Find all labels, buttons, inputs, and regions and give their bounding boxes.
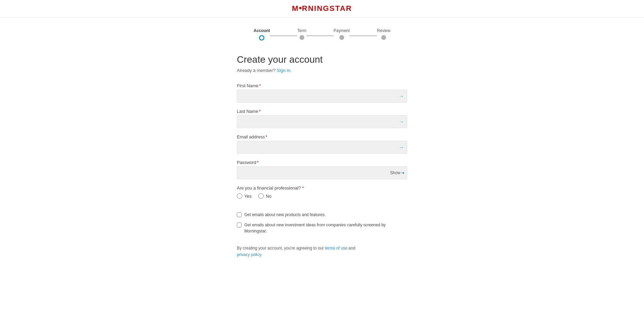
step-review-label: Review [377, 28, 390, 33]
step-payment: Payment [334, 28, 350, 40]
page-title: Create your account [237, 54, 323, 65]
email-input-wrap: → [237, 141, 407, 154]
last-name-input[interactable] [237, 115, 407, 128]
checkbox-group: Get emails about new products and featur… [237, 212, 407, 238]
show-password-icon: ➜ [401, 170, 404, 175]
account-form: Create your account Already a member? Si… [230, 54, 414, 258]
first-name-input-wrap: → [237, 90, 407, 103]
step-term: Term [297, 28, 306, 40]
stepper: Account Term Payment Review [0, 28, 644, 41]
password-label: Password * [237, 160, 407, 165]
step-connector-2 [306, 35, 334, 36]
email-required: * [265, 134, 267, 139]
logo: MRNINGSTAR [292, 4, 352, 13]
email-investments-label[interactable]: Get emails about new investment ideas fr… [244, 222, 407, 234]
email-products-checkbox[interactable] [237, 212, 242, 217]
email-field-group: Email address * → [237, 134, 407, 154]
radio-no-option[interactable]: No [258, 193, 272, 199]
radio-yes-input[interactable] [237, 193, 242, 199]
step-connector-3 [350, 35, 377, 36]
first-name-required: * [259, 83, 261, 88]
stepper-track: Account Term Payment Review [254, 28, 390, 41]
show-password-button[interactable]: Show ➜ [390, 170, 404, 175]
step-payment-dot [339, 35, 344, 40]
morningstar-logo: MRNINGSTAR [292, 4, 352, 13]
first-name-field-group: First Name * → [237, 83, 407, 103]
already-member-text: Already a member? Sign in. [237, 68, 291, 73]
first-name-label: First Name * [237, 83, 407, 88]
checkbox-item-products: Get emails about new products and featur… [237, 212, 407, 218]
step-payment-label: Payment [334, 28, 350, 33]
privacy-policy-link[interactable]: privacy policy [237, 252, 261, 257]
step-term-dot [300, 35, 304, 40]
page-header: MRNINGSTAR [0, 0, 644, 17]
email-investments-checkbox[interactable] [237, 223, 242, 227]
last-name-field-group: Last Name * → [237, 109, 407, 128]
step-account-dot [259, 35, 264, 41]
step-connector-1 [270, 35, 297, 36]
radio-yes-label: Yes [244, 194, 251, 199]
radio-yes-option[interactable]: Yes [237, 193, 251, 199]
terms-text: By creating your account, you're agreein… [237, 245, 366, 258]
radio-no-input[interactable] [258, 193, 264, 199]
email-input[interactable] [237, 141, 407, 154]
step-term-label: Term [297, 28, 306, 33]
password-field-group: Password * Show ➜ [237, 160, 407, 179]
radio-options: Yes No [237, 193, 407, 199]
email-products-label[interactable]: Get emails about new products and featur… [244, 212, 326, 218]
financial-professional-label: Are you a financial professional? * [237, 185, 407, 191]
email-label: Email address * [237, 134, 407, 139]
checkbox-item-investments: Get emails about new investment ideas fr… [237, 222, 407, 234]
financial-required-star: * [302, 185, 304, 191]
password-input[interactable] [237, 166, 407, 179]
first-name-input[interactable] [237, 90, 407, 103]
last-name-input-wrap: → [237, 115, 407, 128]
financial-professional-group: Are you a financial professional? * Yes … [237, 185, 407, 199]
radio-no-label: No [266, 194, 272, 199]
step-review-dot [381, 35, 386, 40]
sign-in-link[interactable]: Sign in. [277, 68, 291, 73]
step-account: Account [254, 28, 270, 41]
last-name-required: * [259, 109, 261, 114]
password-input-wrap: Show ➜ [237, 166, 407, 179]
terms-of-use-link[interactable]: terms of use [325, 246, 347, 251]
step-account-label: Account [254, 28, 270, 33]
last-name-label: Last Name * [237, 109, 407, 114]
password-required: * [257, 160, 259, 165]
step-review: Review [377, 28, 390, 40]
